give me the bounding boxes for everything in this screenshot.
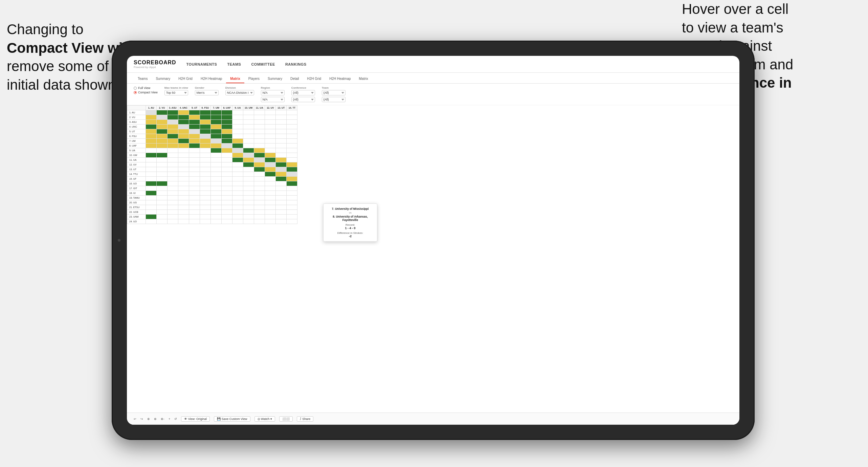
matrix-cell[interactable] <box>200 191 211 196</box>
refresh-btn[interactable]: ↺ <box>174 417 177 421</box>
matrix-cell[interactable] <box>222 125 232 129</box>
matrix-cell[interactable] <box>211 158 222 162</box>
matrix-cell[interactable] <box>222 186 232 191</box>
matrix-cell[interactable] <box>254 162 265 167</box>
matrix-cell[interactable] <box>276 120 287 125</box>
matrix-cell[interactable] <box>222 158 232 162</box>
tool3-btn[interactable]: ⊕- <box>161 417 164 421</box>
matrix-cell[interactable] <box>243 115 254 120</box>
matrix-cell[interactable] <box>168 120 178 125</box>
matrix-cell[interactable] <box>146 158 157 162</box>
matrix-cell[interactable] <box>157 125 168 129</box>
matrix-cell[interactable] <box>157 210 168 215</box>
matrix-cell[interactable] <box>189 167 200 172</box>
matrix-cell[interactable] <box>168 158 178 162</box>
matrix-cell[interactable] <box>200 167 211 172</box>
matrix-cell[interactable] <box>243 191 254 196</box>
compact-view-radio[interactable]: Compact View <box>134 91 158 94</box>
matrix-cell[interactable] <box>243 210 254 215</box>
matrix-cell[interactable] <box>189 115 200 120</box>
matrix-cell[interactable] <box>287 153 297 158</box>
matrix-cell[interactable] <box>168 139 178 143</box>
matrix-cell[interactable] <box>168 125 178 129</box>
matrix-cell[interactable] <box>265 172 276 177</box>
matrix-cell[interactable] <box>211 177 222 181</box>
matrix-cell[interactable] <box>265 158 276 162</box>
grid-btn[interactable]: ⬜⬜ <box>279 416 293 422</box>
matrix-cell[interactable] <box>265 210 276 215</box>
matrix-cell[interactable] <box>168 215 178 219</box>
matrix-cell[interactable] <box>232 158 243 162</box>
matrix-cell[interactable] <box>287 158 297 162</box>
matrix-cell[interactable] <box>254 177 265 181</box>
conference-select1[interactable]: (All) <box>291 90 315 95</box>
matrix-cell[interactable] <box>200 120 211 125</box>
matrix-cell[interactable] <box>211 129 222 134</box>
matrix-cell[interactable] <box>146 129 157 134</box>
matrix-cell[interactable] <box>178 196 189 200</box>
matrix-cell[interactable] <box>243 134 254 139</box>
matrix-cell[interactable] <box>168 167 178 172</box>
matrix-cell[interactable] <box>157 129 168 134</box>
matrix-cell[interactable] <box>232 191 243 196</box>
team-select2[interactable]: (All) <box>322 97 346 102</box>
matrix-cell[interactable] <box>146 177 157 181</box>
matrix-cell[interactable] <box>232 148 243 153</box>
matrix-cell[interactable] <box>168 172 178 177</box>
matrix-cell[interactable] <box>254 200 265 205</box>
matrix-cell[interactable] <box>222 153 232 158</box>
matrix-cell[interactable] <box>211 143 222 148</box>
matrix-cell[interactable] <box>276 186 287 191</box>
matrix-cell[interactable] <box>287 196 297 200</box>
matrix-cell[interactable] <box>276 158 287 162</box>
matrix-cell[interactable] <box>178 158 189 162</box>
matrix-cell[interactable] <box>243 162 254 167</box>
tab-h2h-heatmap1[interactable]: H2H Heatmap <box>197 75 226 83</box>
matrix-cell[interactable] <box>243 120 254 125</box>
matrix-cell[interactable] <box>265 143 276 148</box>
matrix-cell[interactable] <box>146 134 157 139</box>
matrix-cell[interactable] <box>254 158 265 162</box>
matrix-cell[interactable] <box>157 148 168 153</box>
matrix-cell[interactable] <box>243 215 254 219</box>
matrix-cell[interactable] <box>243 181 254 186</box>
matrix-cell[interactable] <box>254 134 265 139</box>
matrix-cell[interactable] <box>287 134 297 139</box>
matrix-cell[interactable] <box>276 110 287 115</box>
matrix-cell[interactable] <box>178 191 189 196</box>
matrix-cell[interactable] <box>178 177 189 181</box>
matrix-cell[interactable] <box>200 115 211 120</box>
matrix-cell[interactable] <box>232 110 243 115</box>
matrix-cell[interactable] <box>157 134 168 139</box>
matrix-cell[interactable] <box>168 196 178 200</box>
matrix-cell[interactable] <box>157 162 168 167</box>
tab-summary2[interactable]: Summary <box>264 75 286 83</box>
matrix-cell[interactable] <box>232 129 243 134</box>
matrix-cell[interactable] <box>265 219 276 224</box>
matrix-cell[interactable] <box>157 172 168 177</box>
matrix-cell[interactable] <box>178 115 189 120</box>
matrix-cell[interactable] <box>189 120 200 125</box>
matrix-cell[interactable] <box>146 162 157 167</box>
matrix-cell[interactable] <box>232 162 243 167</box>
matrix-cell[interactable] <box>200 181 211 186</box>
matrix-cell[interactable] <box>222 134 232 139</box>
matrix-cell[interactable] <box>157 139 168 143</box>
matrix-cell[interactable] <box>168 219 178 224</box>
matrix-cell[interactable] <box>211 110 222 115</box>
matrix-cell[interactable] <box>168 143 178 148</box>
matrix-cell[interactable] <box>243 139 254 143</box>
matrix-cell[interactable] <box>157 110 168 115</box>
matrix-cell[interactable] <box>146 139 157 143</box>
matrix-cell[interactable] <box>178 186 189 191</box>
matrix-cell[interactable] <box>243 205 254 210</box>
matrix-cell[interactable] <box>189 148 200 153</box>
matrix-cell[interactable] <box>232 200 243 205</box>
team-select1[interactable]: (All) <box>322 90 346 95</box>
matrix-cell[interactable] <box>232 167 243 172</box>
matrix-cell[interactable] <box>200 205 211 210</box>
nav-committee[interactable]: COMMITTEE <box>251 62 275 66</box>
matrix-cell[interactable] <box>265 153 276 158</box>
matrix-cell[interactable] <box>189 162 200 167</box>
matrix-cell[interactable] <box>254 153 265 158</box>
